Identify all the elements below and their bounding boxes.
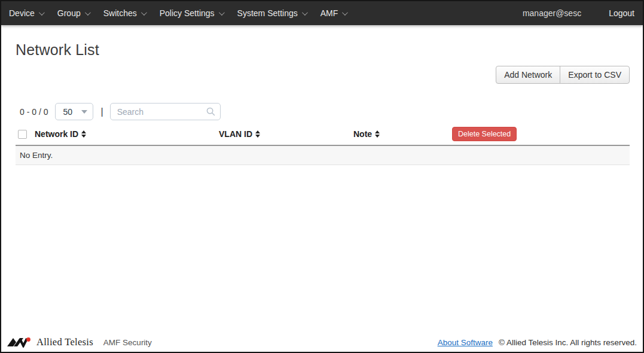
column-header-note[interactable]: Note xyxy=(353,129,380,139)
nav-item-label: Policy Settings xyxy=(160,8,215,18)
table-empty-row: No Entry. xyxy=(16,145,630,165)
result-range-text: 0 - 0 / 0 xyxy=(20,107,48,117)
chevron-down-icon xyxy=(85,10,91,16)
nav-item-switches[interactable]: Switches xyxy=(96,1,152,25)
page-size-value: 50 xyxy=(63,107,81,117)
page-title: Network List xyxy=(16,41,630,59)
list-controls: 0 - 0 / 0 50 | xyxy=(20,103,630,120)
controls-separator: | xyxy=(100,106,103,117)
about-software-link[interactable]: About Software xyxy=(438,338,493,347)
app-window: Device Group Switches Policy Settings Sy… xyxy=(0,0,644,353)
product-name: AMF Security xyxy=(103,338,152,347)
select-all-checkbox[interactable] xyxy=(18,130,27,139)
table-header-row: Network ID VLAN ID Note xyxy=(16,124,630,145)
top-navbar: Device Group Switches Policy Settings Sy… xyxy=(1,1,643,25)
chevron-down-icon xyxy=(219,10,225,16)
allied-telesis-logo-icon xyxy=(7,337,32,348)
sort-icon xyxy=(375,130,380,138)
chevron-down-icon xyxy=(141,10,147,16)
empty-message: No Entry. xyxy=(16,145,630,165)
brand-name: Allied Telesis xyxy=(36,336,93,348)
column-header-vlan-id[interactable]: VLAN ID xyxy=(219,129,260,139)
network-table: Network ID VLAN ID Note xyxy=(16,124,630,165)
chevron-down-icon xyxy=(39,10,45,16)
logout-button[interactable]: Logout xyxy=(609,8,634,18)
logged-in-user: manager@sesc xyxy=(523,8,581,18)
chevron-down-icon xyxy=(342,10,348,16)
toolbar: Add Network Export to CSV xyxy=(16,66,630,84)
nav-item-label: AMF xyxy=(321,8,338,18)
search-input[interactable] xyxy=(110,103,221,120)
export-csv-button[interactable]: Export to CSV xyxy=(560,66,630,84)
nav-item-label: Group xyxy=(57,8,81,18)
nav-item-policy-settings[interactable]: Policy Settings xyxy=(152,1,230,25)
delete-selected-button[interactable]: Delete Selected xyxy=(452,127,517,141)
add-network-button[interactable]: Add Network xyxy=(496,66,560,84)
sort-icon xyxy=(81,130,86,138)
nav-item-amf[interactable]: AMF xyxy=(313,1,354,25)
nav-item-system-settings[interactable]: System Settings xyxy=(230,1,313,25)
column-header-network-id[interactable]: Network ID xyxy=(35,129,86,139)
nav-item-label: Device xyxy=(9,8,35,18)
nav-item-label: System Settings xyxy=(237,8,298,18)
dropdown-arrow-icon xyxy=(81,110,87,114)
chevron-down-icon xyxy=(302,10,308,16)
page-size-select[interactable]: 50 xyxy=(55,103,93,120)
nav-item-group[interactable]: Group xyxy=(50,1,96,25)
sort-icon xyxy=(255,130,260,138)
copyright-text: © Allied Telesis Inc. All rights reserve… xyxy=(499,338,637,347)
nav-item-device[interactable]: Device xyxy=(2,1,50,25)
nav-item-label: Switches xyxy=(103,8,137,18)
page-footer: Allied Telesis AMF Security About Softwa… xyxy=(1,333,643,352)
